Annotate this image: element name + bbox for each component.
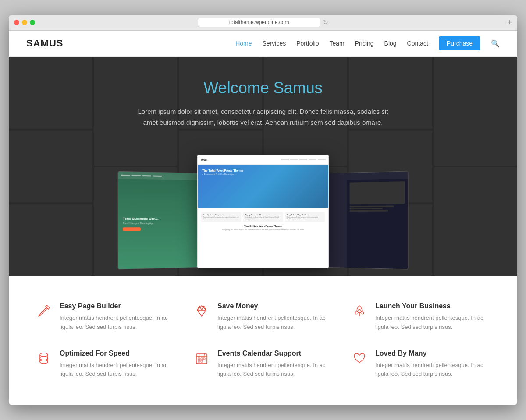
calendar-icon — [193, 349, 210, 367]
feature-easy-page-builder-title: Easy Page Builder — [60, 302, 175, 310]
browser-dots — [14, 20, 35, 25]
browser-titlebar: totaltheme.wpengine.com ↻ + — [9, 15, 517, 31]
feature-loved-by-many: Loved By Many Integer mattis hendrerit p… — [351, 349, 491, 379]
database-icon — [35, 349, 53, 367]
address-bar-container: totaltheme.wpengine.com ↻ — [198, 18, 328, 27]
address-bar[interactable]: totaltheme.wpengine.com — [198, 18, 320, 27]
feature-optimized-speed-desc: Integer mattis hendrerit pellentesque. I… — [60, 361, 175, 379]
site-nav: Home Services Portfolio Team Pricing Blo… — [235, 36, 500, 50]
svg-rect-18 — [203, 358, 205, 360]
feature-optimized-speed: Optimized For Speed Integer mattis hendr… — [35, 349, 175, 379]
mockup-section-title: Top Selling WordPress Theme — [201, 225, 325, 227]
nav-home[interactable]: Home — [235, 40, 252, 47]
feature-save-money-desc: Integer mattis hendrerit pellentesque. I… — [217, 314, 333, 332]
site-content: SAMUS Home Services Portfolio Team Prici… — [9, 31, 517, 405]
feature-events-calendar: Events Calendar Support Integer mattis h… — [193, 349, 333, 379]
svg-rect-19 — [198, 360, 200, 362]
feature-events-calendar-title: Events Calendar Support — [217, 349, 333, 357]
mockup-feature-3: Drag & Drop Page Builder Create pages wi… — [285, 212, 325, 222]
mockup-feature-2: Highly Customizable Customize to the the… — [243, 212, 283, 222]
mockup-left-subtitle: The #1 Design & Branding Age... — [123, 222, 200, 225]
heart-icon — [351, 349, 368, 367]
feature-easy-page-builder-content: Easy Page Builder Integer mattis hendrer… — [60, 302, 175, 332]
mockup-center-logo: Total — [200, 158, 207, 161]
rocket-icon — [351, 302, 368, 320]
hero-subtitle: Lorem ipsum dolor sit amet, consectetur … — [132, 106, 394, 128]
mockup-feature-1: Free Updates & Support We provide regula… — [201, 212, 241, 222]
svg-rect-16 — [198, 358, 200, 360]
feature-optimized-speed-title: Optimized For Speed — [60, 349, 175, 357]
feature-easy-page-builder: Easy Page Builder Integer mattis hendrer… — [35, 302, 175, 332]
close-button[interactable] — [14, 20, 19, 25]
svg-rect-20 — [201, 360, 203, 362]
svg-point-10 — [40, 356, 48, 360]
mockup-center-hero-title: The Total WordPress Theme — [202, 169, 243, 172]
feature-launch-business-title: Launch Your Business — [375, 302, 491, 310]
mockup-left-button — [123, 227, 141, 231]
nav-team[interactable]: Team — [330, 40, 345, 47]
svg-point-6 — [359, 309, 360, 311]
feature-loved-by-many-content: Loved By Many Integer mattis hendrerit p… — [375, 349, 491, 379]
svg-point-11 — [40, 360, 48, 364]
browser-window: totaltheme.wpengine.com ↻ + SAMUS Home S… — [9, 15, 517, 405]
nav-portfolio[interactable]: Portfolio — [296, 40, 319, 47]
mockup-left-title: Total Business Solu... — [123, 217, 200, 221]
feature-events-calendar-desc: Integer mattis hendrerit pellentesque. I… — [217, 361, 333, 379]
mockup-right — [321, 171, 408, 269]
nav-contact[interactable]: Contact — [407, 40, 428, 47]
mockup-left: Total Business Solu... The #1 Design & B… — [118, 171, 205, 269]
maximize-button[interactable] — [30, 20, 35, 25]
feature-loved-by-many-title: Loved By Many — [375, 349, 491, 357]
feature-launch-business-content: Launch Your Business Integer mattis hend… — [375, 302, 491, 332]
svg-point-9 — [40, 353, 48, 356]
site-header: SAMUS Home Services Portfolio Team Prici… — [9, 31, 517, 57]
hero-title: Welcome Samus — [132, 79, 394, 97]
hero-mockups: Total Business Solu... The #1 Design & B… — [18, 146, 508, 268]
feature-events-calendar-content: Events Calendar Support Integer mattis h… — [217, 349, 333, 379]
nav-blog[interactable]: Blog — [384, 40, 397, 47]
features-grid: Easy Page Builder Integer mattis hendrer… — [35, 302, 491, 379]
feature-launch-business: Launch Your Business Integer mattis hend… — [351, 302, 491, 332]
svg-rect-17 — [201, 358, 203, 360]
mockup-center-hero-sub: A Framework Built For Developers — [202, 173, 243, 176]
feature-save-money-content: Save Money Integer mattis hendrerit pell… — [217, 302, 333, 332]
feature-save-money-title: Save Money — [217, 302, 333, 310]
refresh-icon[interactable]: ↻ — [323, 19, 328, 26]
purchase-button[interactable]: Purchase — [439, 36, 480, 50]
feature-launch-business-desc: Integer mattis hendrerit pellentesque. I… — [375, 314, 491, 332]
hero-text: Welcome Samus Lorem ipsum dolor sit amet… — [132, 79, 394, 128]
pencil-icon — [35, 302, 53, 320]
search-icon[interactable]: 🔍 — [491, 39, 500, 48]
nav-pricing[interactable]: Pricing — [355, 40, 374, 47]
feature-optimized-speed-content: Optimized For Speed Integer mattis hendr… — [60, 349, 175, 379]
feature-easy-page-builder-desc: Integer mattis hendrerit pellentesque. I… — [60, 314, 175, 332]
minimize-button[interactable] — [22, 20, 27, 25]
feature-loved-by-many-desc: Integer mattis hendrerit pellentesque. I… — [375, 361, 491, 379]
nav-services[interactable]: Services — [262, 40, 286, 47]
feature-save-money: Save Money Integer mattis hendrerit pell… — [193, 302, 333, 332]
mockup-center: Total The Total WordPress Theme A Fr — [197, 155, 329, 268]
hero-section: Welcome Samus Lorem ipsum dolor sit amet… — [9, 57, 517, 276]
new-tab-button[interactable]: + — [507, 18, 512, 27]
mockup-section-text: Everything you would expect and more fro… — [201, 229, 325, 231]
site-logo: SAMUS — [26, 38, 63, 49]
features-section: Easy Page Builder Integer mattis hendrer… — [9, 276, 517, 405]
diamond-icon — [193, 302, 210, 320]
